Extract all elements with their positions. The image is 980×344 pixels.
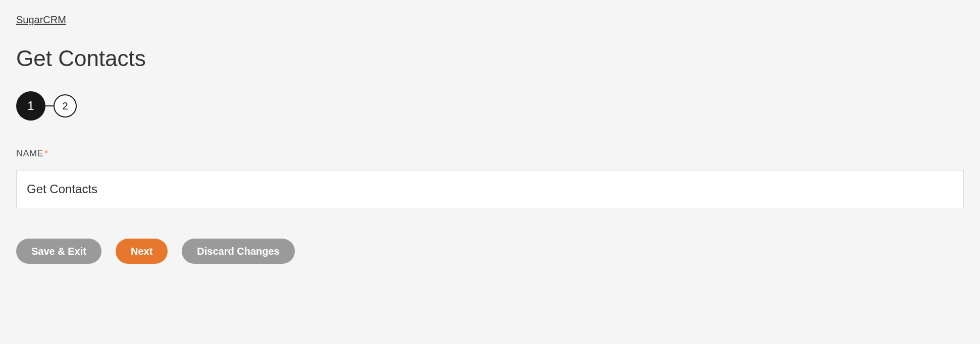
name-label-text: NAME [16, 148, 43, 158]
name-input[interactable] [16, 170, 964, 208]
name-field-label: NAME* [16, 148, 964, 159]
page-title: Get Contacts [16, 46, 964, 71]
button-row: Save & Exit Next Discard Changes [16, 239, 964, 264]
discard-changes-button[interactable]: Discard Changes [182, 239, 294, 264]
step-connector [45, 105, 54, 106]
required-marker: * [44, 148, 48, 158]
breadcrumb-link[interactable]: SugarCRM [16, 14, 66, 26]
next-button[interactable]: Next [116, 239, 168, 264]
step-2[interactable]: 2 [54, 94, 77, 118]
save-exit-button[interactable]: Save & Exit [16, 239, 101, 264]
stepper: 1 2 [16, 91, 964, 121]
step-1[interactable]: 1 [16, 91, 45, 121]
